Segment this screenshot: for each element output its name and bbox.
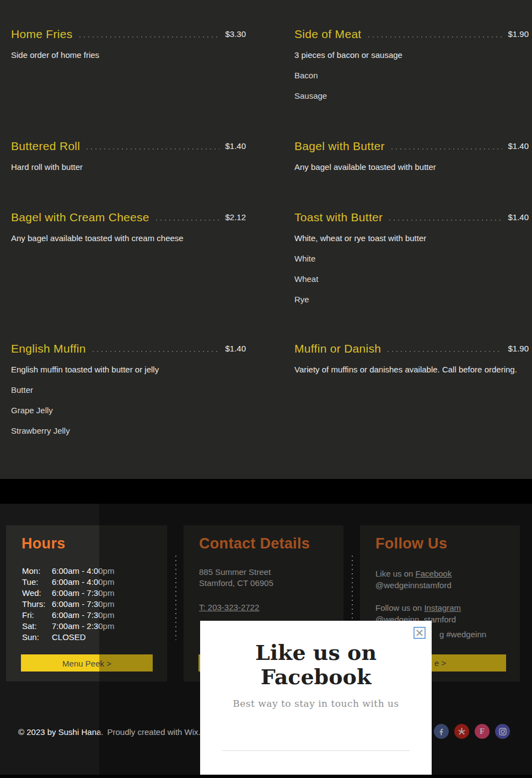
day-label: Sat: bbox=[22, 621, 52, 632]
dotted-leader bbox=[79, 36, 220, 38]
dotted-leader bbox=[389, 220, 502, 221]
menu-item-header: Home Fries $3.30 bbox=[11, 28, 246, 41]
menu-item: Buttered Roll $1.40 Hard roll with butte… bbox=[11, 140, 246, 172]
dotted-leader bbox=[156, 220, 220, 221]
facebook-lightbox-modal: Like us on Facebook Best way to stay in … bbox=[200, 621, 432, 776]
time-value: CLOSED bbox=[52, 632, 86, 642]
day-label: Wed: bbox=[22, 588, 52, 599]
menu-item-title: Side of Meat bbox=[294, 28, 362, 41]
menu-item-description: English muffin toasted with butter or je… bbox=[11, 365, 246, 374]
menu-item-title: Bagel with Butter bbox=[294, 140, 385, 153]
dotted-leader bbox=[368, 36, 503, 38]
menu-item: Home Fries $3.30 Side order of home frie… bbox=[11, 28, 246, 60]
menu-item-description: Side order of home fries bbox=[11, 50, 246, 60]
menu-item-option: White bbox=[294, 254, 529, 263]
modal-divider bbox=[222, 750, 410, 751]
menu-item-header: Muffin or Danish $1.90 bbox=[294, 342, 529, 355]
menu-item-description: Variety of muffins or danishes available… bbox=[294, 365, 529, 374]
menu-item: Toast with Butter $1.40 White, wheat or … bbox=[294, 211, 529, 304]
menu-item: Bagel with Butter $1.40 Any bagel availa… bbox=[294, 140, 529, 172]
menu-item-title: Home Fries bbox=[11, 28, 73, 41]
menu-section: Home Fries $3.30 Side order of home frie… bbox=[0, 0, 532, 479]
menu-item-option: Wheat bbox=[294, 274, 529, 284]
dotted-leader bbox=[93, 351, 220, 352]
menu-item-price: $1.40 bbox=[225, 343, 246, 354]
menu-item-description: Any bagel available toasted with butter bbox=[294, 162, 529, 172]
menu-item-header: Bagel with Butter $1.40 bbox=[294, 140, 529, 153]
menu-item-title: Buttered Roll bbox=[11, 140, 80, 153]
copyright-text: © 2023 by Sushi Hana. bbox=[18, 727, 103, 737]
menu-item-price: $2.12 bbox=[225, 212, 246, 223]
menu-item-option: Rye bbox=[294, 295, 529, 304]
menu-item: Bagel with Cream Cheese $2.12 Any bagel … bbox=[11, 211, 246, 243]
close-icon[interactable] bbox=[413, 627, 426, 639]
dotted-leader bbox=[388, 351, 502, 352]
modal-subtitle: Best way to stay in touch with us bbox=[200, 698, 432, 709]
menu-item-option: Sausage bbox=[294, 91, 529, 100]
bottom-edge-bar bbox=[0, 775, 532, 778]
day-label: Mon: bbox=[22, 566, 52, 577]
menu-item: Side of Meat $1.90 3 pieces of bacon or … bbox=[294, 28, 529, 100]
menu-item-header: Buttered Roll $1.40 bbox=[11, 140, 246, 153]
menu-item-header: Bagel with Cream Cheese $2.12 bbox=[11, 211, 246, 224]
menu-item-title: English Muffin bbox=[11, 342, 86, 355]
menu-item: English Muffin $1.40 English muffin toas… bbox=[11, 342, 246, 435]
day-label: Thurs: bbox=[22, 599, 52, 610]
menu-item-description: Hard roll with butter bbox=[11, 162, 246, 172]
page: Home Fries $3.30 Side order of home frie… bbox=[0, 0, 532, 778]
dotted-leader bbox=[391, 148, 503, 150]
menu-item-price: $1.90 bbox=[508, 29, 529, 40]
menu-item-option: Butter bbox=[11, 385, 246, 395]
menu-item-title: Bagel with Cream Cheese bbox=[11, 211, 149, 224]
menu-item-option: Grape Jelly bbox=[11, 406, 246, 415]
menu-item-title: Toast with Butter bbox=[294, 211, 383, 224]
day-label: Fri: bbox=[22, 610, 52, 621]
menu-item-description: Any bagel available toasted with cream c… bbox=[11, 233, 246, 243]
menu-item-price: $1.90 bbox=[508, 343, 529, 354]
menu-item-option: Bacon bbox=[294, 71, 529, 80]
modal-title: Like us on Facebook bbox=[200, 621, 432, 689]
menu-item-header: English Muffin $1.40 bbox=[11, 342, 246, 355]
menu-item-header: Toast with Butter $1.40 bbox=[294, 211, 529, 224]
menu-item-price: $1.40 bbox=[225, 141, 246, 152]
menu-item: Muffin or Danish $1.90 Variety of muffin… bbox=[294, 342, 529, 374]
day-label: Sun: bbox=[22, 632, 52, 643]
day-label: Tue: bbox=[22, 577, 52, 588]
menu-item-option: Strawberry Jelly bbox=[11, 426, 246, 435]
menu-item-description: 3 pieces of bacon or sausage bbox=[294, 50, 529, 60]
menu-item-description: White, wheat or rye toast with butter bbox=[294, 233, 529, 243]
menu-item-price: $1.40 bbox=[508, 141, 529, 152]
menu-item-title: Muffin or Danish bbox=[294, 342, 381, 355]
menu-item-price: $1.40 bbox=[508, 212, 529, 223]
dotted-leader bbox=[87, 148, 219, 150]
menu-item-header: Side of Meat $1.90 bbox=[294, 28, 529, 41]
menu-item-price: $3.30 bbox=[225, 29, 246, 40]
